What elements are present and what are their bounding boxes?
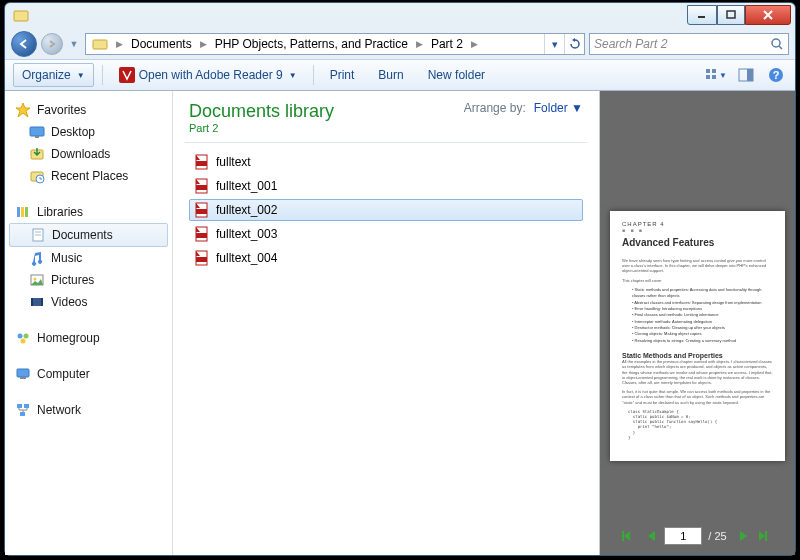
view-options-button[interactable]: ▼ bbox=[705, 64, 727, 86]
videos-icon bbox=[29, 294, 45, 310]
svg-point-6 bbox=[772, 39, 780, 47]
breadcrumb-part2[interactable]: Part 2 bbox=[425, 34, 469, 54]
sidebar-favorites[interactable]: Favorites bbox=[5, 99, 172, 121]
search-placeholder: Search Part 2 bbox=[594, 37, 667, 51]
sidebar-computer[interactable]: Computer bbox=[5, 363, 172, 385]
arrange-dropdown[interactable]: Folder ▼ bbox=[534, 101, 583, 115]
svg-rect-32 bbox=[41, 298, 43, 306]
svg-rect-14 bbox=[747, 69, 753, 81]
svg-rect-12 bbox=[712, 75, 716, 79]
sidebar-libraries[interactable]: Libraries bbox=[5, 201, 172, 223]
file-name: fulltext_002 bbox=[216, 203, 277, 217]
svg-rect-31 bbox=[31, 298, 33, 306]
svg-rect-39 bbox=[24, 404, 29, 408]
sidebar-item-downloads[interactable]: Downloads bbox=[5, 143, 172, 165]
minimize-button[interactable] bbox=[687, 5, 717, 25]
library-title: Documents library bbox=[189, 101, 334, 122]
library-subtitle: Part 2 bbox=[189, 122, 334, 134]
svg-line-7 bbox=[779, 46, 782, 49]
pdf-icon bbox=[194, 178, 210, 194]
app-icon bbox=[13, 8, 29, 24]
svg-rect-9 bbox=[706, 69, 710, 73]
burn-button[interactable]: Burn bbox=[370, 64, 411, 86]
file-item[interactable]: fulltext_003 bbox=[189, 223, 583, 245]
history-dropdown[interactable]: ▼ bbox=[67, 34, 81, 54]
svg-rect-50 bbox=[196, 257, 207, 262]
organize-button[interactable]: Organize▼ bbox=[13, 63, 94, 87]
svg-rect-2 bbox=[727, 11, 735, 18]
chevron-right-icon[interactable]: ▶ bbox=[198, 39, 209, 49]
sidebar-network[interactable]: Network bbox=[5, 399, 172, 421]
navigation-bar: ▼ ▶ Documents ▶ PHP Objects, Patterns, a… bbox=[5, 29, 795, 59]
svg-rect-37 bbox=[20, 377, 26, 379]
sidebar-item-music[interactable]: Music bbox=[5, 247, 172, 269]
svg-rect-5 bbox=[93, 40, 107, 49]
svg-rect-36 bbox=[17, 369, 29, 377]
page-number-input[interactable] bbox=[664, 527, 702, 545]
file-name: fulltext_004 bbox=[216, 251, 277, 265]
breadcrumb-documents[interactable]: Documents bbox=[125, 34, 198, 54]
chevron-right-icon[interactable]: ▶ bbox=[114, 39, 125, 49]
svg-rect-44 bbox=[196, 185, 207, 190]
sidebar-item-pictures[interactable]: Pictures bbox=[5, 269, 172, 291]
next-page-button[interactable] bbox=[733, 527, 753, 545]
sidebar-item-documents[interactable]: Documents bbox=[9, 223, 168, 247]
svg-point-33 bbox=[18, 334, 23, 339]
search-input[interactable]: Search Part 2 bbox=[589, 33, 789, 55]
address-dropdown[interactable]: ▾ bbox=[544, 34, 564, 54]
file-item[interactable]: fulltext_001 bbox=[189, 175, 583, 197]
forward-button[interactable] bbox=[41, 33, 63, 55]
sidebar-homegroup[interactable]: Homegroup bbox=[5, 327, 172, 349]
last-page-button[interactable] bbox=[755, 527, 775, 545]
chevron-right-icon[interactable]: ▶ bbox=[414, 39, 425, 49]
chevron-right-icon[interactable]: ▶ bbox=[469, 39, 480, 49]
file-item[interactable]: fulltext_004 bbox=[189, 247, 583, 269]
sidebar-item-recent[interactable]: Recent Places bbox=[5, 165, 172, 187]
svg-rect-51 bbox=[622, 531, 624, 541]
recent-icon bbox=[29, 168, 45, 184]
back-button[interactable] bbox=[11, 31, 37, 57]
preview-pane-button[interactable] bbox=[735, 64, 757, 86]
help-button[interactable]: ? bbox=[765, 64, 787, 86]
open-with-reader-button[interactable]: Open with Adobe Reader 9▼ bbox=[111, 63, 305, 87]
refresh-button[interactable] bbox=[564, 34, 584, 54]
pdf-icon bbox=[194, 250, 210, 266]
file-item[interactable]: fulltext_002 bbox=[189, 199, 583, 221]
svg-rect-23 bbox=[21, 207, 24, 217]
desktop-icon bbox=[29, 124, 45, 140]
new-folder-button[interactable]: New folder bbox=[420, 64, 493, 86]
svg-rect-11 bbox=[706, 75, 710, 79]
sidebar-item-desktop[interactable]: Desktop bbox=[5, 121, 172, 143]
toolbar: Organize▼ Open with Adobe Reader 9▼ Prin… bbox=[5, 59, 795, 91]
adobe-icon bbox=[119, 67, 135, 83]
folder-icon[interactable] bbox=[86, 34, 114, 54]
svg-rect-22 bbox=[17, 207, 20, 217]
sidebar-item-videos[interactable]: Videos bbox=[5, 291, 172, 313]
pdf-icon bbox=[194, 154, 210, 170]
preview-title: Advanced Features bbox=[622, 237, 773, 248]
print-button[interactable]: Print bbox=[322, 64, 363, 86]
svg-rect-40 bbox=[20, 412, 25, 416]
close-button[interactable] bbox=[745, 5, 791, 25]
music-icon bbox=[29, 250, 45, 266]
address-bar[interactable]: ▶ Documents ▶ PHP Objects, Patterns, and… bbox=[85, 33, 585, 55]
prev-page-button[interactable] bbox=[642, 527, 662, 545]
svg-point-34 bbox=[24, 334, 29, 339]
maximize-button[interactable] bbox=[717, 5, 745, 25]
document-preview[interactable]: CHAPTER 4 ■ ■ ■ Advanced Features We hav… bbox=[610, 211, 785, 461]
page-total: / 25 bbox=[704, 530, 730, 542]
first-page-button[interactable] bbox=[620, 527, 640, 545]
breadcrumb-book[interactable]: PHP Objects, Patterns, and Practice bbox=[209, 34, 414, 54]
downloads-icon bbox=[29, 146, 45, 162]
svg-rect-48 bbox=[196, 233, 207, 238]
file-name: fulltext_001 bbox=[216, 179, 277, 193]
documents-icon bbox=[30, 227, 46, 243]
arrange-label: Arrange by: bbox=[464, 101, 526, 115]
svg-rect-42 bbox=[196, 161, 207, 166]
svg-rect-18 bbox=[35, 136, 39, 138]
file-item[interactable]: fulltext bbox=[189, 151, 583, 173]
page-navigation: / 25 bbox=[600, 523, 795, 549]
svg-point-35 bbox=[21, 339, 26, 344]
navigation-pane: Favorites Desktop Downloads Recent Place… bbox=[5, 91, 173, 555]
file-list: fulltextfulltext_001fulltext_002fulltext… bbox=[173, 143, 599, 279]
